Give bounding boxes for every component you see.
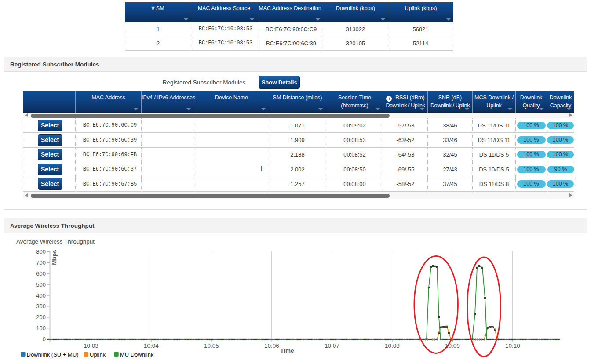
svg-text:0: 0 — [43, 336, 46, 342]
svg-text:600: 600 — [36, 270, 46, 277]
svg-text:Uplink: Uplink — [90, 351, 106, 358]
svg-text:10:10: 10:10 — [505, 342, 520, 349]
svg-text:Downlink (SU + MU): Downlink (SU + MU) — [27, 351, 79, 358]
svg-text:100: 100 — [36, 325, 46, 331]
svg-text:10:08: 10:08 — [385, 342, 400, 349]
svg-text:10:03: 10:03 — [84, 342, 98, 349]
svg-text:Mbps: Mbps — [51, 250, 58, 265]
svg-text:700: 700 — [36, 259, 46, 266]
svg-text:10:06: 10:06 — [264, 342, 279, 349]
svg-text:10:05: 10:05 — [204, 342, 219, 349]
svg-text:10:04: 10:04 — [144, 342, 159, 349]
svg-text:200: 200 — [36, 314, 46, 320]
svg-text:400: 400 — [36, 292, 46, 299]
svg-text:10:07: 10:07 — [325, 342, 339, 349]
svg-text:MU Downlink: MU Downlink — [120, 351, 154, 358]
svg-text:Time: Time — [280, 347, 294, 354]
svg-text:300: 300 — [36, 303, 46, 309]
svg-text:800: 800 — [36, 248, 46, 255]
svg-text:500: 500 — [36, 281, 46, 288]
